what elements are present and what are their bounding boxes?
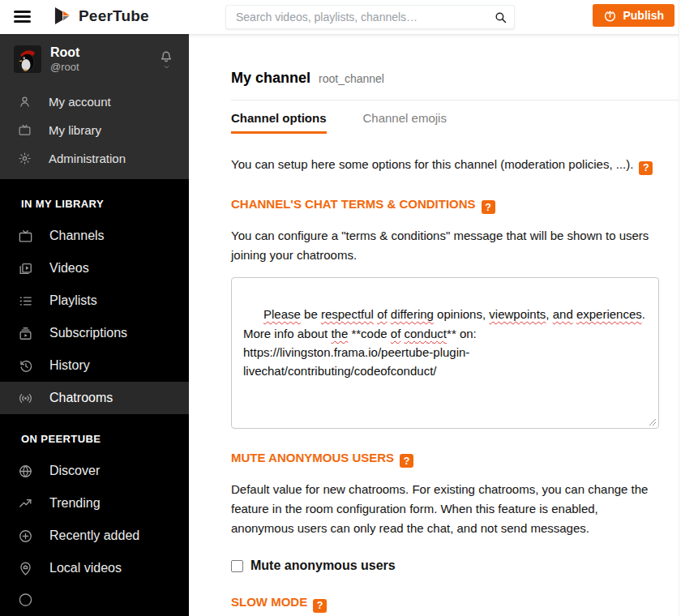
videos-icon [18, 261, 33, 276]
notifications-button[interactable] [158, 48, 174, 71]
intro-text: You can setup here some options for this… [231, 157, 659, 175]
sidebar-item-local-videos[interactable]: Local videos [0, 552, 189, 584]
section-title-terms: CHANNEL'S CHAT TERMS & CONDITIONS? [231, 197, 659, 215]
help-icon[interactable]: ? [639, 161, 653, 175]
search-box [225, 5, 515, 29]
search-icon[interactable] [486, 6, 514, 28]
textarea-text: , [546, 307, 552, 321]
mute-checkbox-label: Mute anonymous users [251, 558, 396, 573]
sidebar-item-channels[interactable]: Channels [0, 220, 189, 252]
top-header: PeerTube Publish [0, 0, 698, 34]
chevron-down-icon [162, 62, 171, 71]
tab-bar: Channel optionsChannel emojis [231, 111, 679, 134]
page-subtitle: root_channel [319, 72, 384, 85]
page-head: My channel root_channel [231, 70, 679, 87]
mute-checkbox-row: Mute anonymous users [231, 558, 659, 573]
terms-textarea[interactable]: Please be respectful of differing opinio… [231, 277, 659, 429]
misspelled-word: and [553, 307, 573, 321]
sidebar-item-recently-added[interactable]: Recently added [0, 520, 189, 552]
sidebar-item-label: Recently added [49, 528, 139, 543]
terms-description: You can configure a "terms & conditions"… [231, 226, 659, 265]
sidebar-item-my-account[interactable]: My account [0, 88, 189, 116]
help-icon[interactable]: ? [313, 599, 327, 613]
sidebar-item-label: Local videos [49, 561, 122, 575]
sidebar-item-label: My library [49, 123, 101, 137]
user-meta: Root @root [50, 45, 158, 73]
home-pin-icon [18, 561, 33, 576]
divider [231, 100, 679, 101]
misspelled-word: experiences [576, 307, 642, 321]
sidebar-item-videos[interactable]: Videos [0, 252, 189, 284]
sidebar-item-my-library[interactable]: My library [0, 116, 189, 144]
plus-circle-icon [18, 528, 33, 544]
misspelled-word: respectful [321, 307, 374, 321]
misspelled-word: the [331, 327, 348, 340]
help-icon[interactable]: ? [400, 454, 413, 468]
user-handle: @root [50, 61, 158, 73]
sidebar-item-label: Administration [49, 152, 126, 165]
sidebar-item-partial[interactable] [0, 582, 189, 614]
publish-label: Publish [623, 9, 664, 22]
sidebar-item-chatrooms[interactable]: Chatrooms [0, 382, 189, 414]
help-icon[interactable]: ? [482, 200, 495, 214]
misspelled-word: conduct [405, 327, 447, 340]
sidebar-item-discover[interactable]: Discover [0, 455, 189, 487]
publish-button[interactable]: Publish [593, 4, 674, 27]
tab-channel-emojis[interactable]: Channel emojis [363, 111, 447, 134]
textarea-text: be [301, 307, 321, 321]
sidebar-item-playlists[interactable]: Playlists [0, 284, 189, 317]
section-title-mute: MUTE ANONYMOUS USERS? [231, 451, 659, 468]
sidebar: Root @root My accountMy libraryAdministr… [0, 34, 189, 616]
sidebar-item-label: Chatrooms [49, 391, 113, 405]
search-input[interactable] [226, 11, 486, 24]
sidebar-item-label: Subscriptions [49, 326, 127, 340]
gear-icon [18, 152, 32, 165]
scrollbar[interactable] [679, 0, 698, 616]
user-icon [18, 95, 32, 109]
brand-title: PeerTube [79, 7, 149, 25]
section-title-slow-mode: SLOW MODE? [231, 595, 659, 613]
sidebar-section-title: ON PEERTUBE [21, 433, 189, 445]
sidebar-item-label: My account [49, 95, 111, 109]
tab-channel-options[interactable]: Channel options [231, 111, 327, 134]
sidebar-item-label: Videos [49, 261, 89, 276]
tv-icon [18, 123, 32, 137]
main-content: My channel root_channel Channel optionsC… [189, 34, 679, 616]
playlist-icon [18, 293, 33, 309]
sidebar-item-label: Trending [49, 496, 101, 511]
mute-checkbox[interactable] [231, 560, 243, 572]
mute-description: Default value for new chatrooms. For exi… [231, 480, 659, 538]
peertube-logo[interactable]: PeerTube [54, 6, 149, 25]
hamburger-menu-icon[interactable] [14, 9, 31, 24]
play-triangle-icon [54, 6, 71, 25]
trending-icon [18, 496, 33, 511]
misspelled-word: differing [391, 307, 434, 321]
sidebar-item-subscriptions[interactable]: Subscriptions [0, 317, 189, 349]
misspelled-word: of [391, 327, 401, 340]
sidebar-section-title: IN MY LIBRARY [21, 198, 189, 210]
misspelled-word: of [377, 307, 388, 321]
history-icon [18, 358, 33, 374]
sidebar-user-block: Root @root My accountMy libraryAdministr… [0, 34, 189, 179]
tv-icon [18, 229, 33, 244]
avatar [14, 45, 41, 73]
textarea-text: **code [348, 327, 391, 340]
sidebar-item-label: Channels [49, 229, 105, 243]
sidebar-item-history[interactable]: History [0, 349, 189, 382]
misspelled-word: Please [263, 307, 301, 321]
upload-icon [603, 9, 617, 23]
page-title: My channel [231, 70, 310, 87]
subscriptions-icon [18, 326, 33, 341]
circle-icon [18, 591, 33, 606]
sidebar-item-label: Playlists [49, 293, 97, 308]
sidebar-item-label: Discover [49, 464, 100, 478]
live-icon [18, 391, 33, 406]
user-row[interactable]: Root @root [0, 34, 189, 84]
bell-icon [158, 48, 174, 64]
sidebar-item-label: History [49, 358, 90, 373]
textarea-text: opinions, [434, 307, 489, 321]
misspelled-word: viewpoints [489, 307, 546, 321]
resize-handle[interactable] [649, 418, 657, 426]
sidebar-item-administration[interactable]: Administration [0, 144, 189, 173]
sidebar-item-trending[interactable]: Trending [0, 487, 189, 520]
